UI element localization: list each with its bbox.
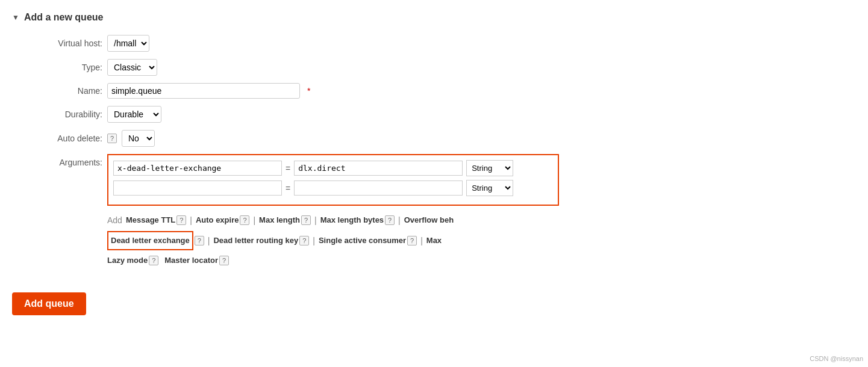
arg-row-1: = String Number Boolean [113, 160, 553, 176]
shortcuts-line-2: Dead letter exchange ? | Dead letter rou… [107, 231, 559, 250]
virtual-host-row: Virtual host: /hmall / [30, 35, 856, 52]
auto-delete-select[interactable]: No Yes [122, 130, 155, 147]
shortcut-dead-letter-routing-key[interactable]: Dead letter routing key [213, 233, 298, 248]
shortcut-max[interactable]: Max [426, 233, 442, 248]
lazy-mode-help[interactable]: ? [149, 256, 158, 265]
arguments-container: = String Number Boolean = String Numb [107, 154, 559, 206]
shortcut-message-ttl[interactable]: Message TTL [126, 212, 175, 228]
durability-select[interactable]: Durable Transient [107, 106, 161, 123]
arguments-row: Arguments: = String Number Boolean [30, 154, 856, 271]
required-star: * [307, 86, 310, 96]
shortcut-master-locator[interactable]: Master locator [164, 253, 218, 268]
msg-ttl-help[interactable]: ? [176, 215, 186, 225]
shortcut-lazy-mode[interactable]: Lazy mode [107, 253, 148, 268]
add-label: Add [107, 212, 122, 229]
type-row: Type: Classic Quorum Stream [30, 59, 856, 76]
auto-delete-row: Auto delete: ? No Yes [30, 130, 856, 147]
arg2-key-input[interactable] [113, 180, 282, 196]
section-header: ▼ Add a new queue [12, 12, 856, 23]
arg1-key-input[interactable] [113, 161, 282, 176]
arguments-label: Arguments: [30, 154, 102, 167]
type-label: Type: [30, 63, 102, 72]
arg-row-2: = String Number Boolean [113, 180, 553, 196]
shortcut-dead-letter-exchange[interactable]: Dead letter exchange [107, 231, 193, 250]
collapse-icon[interactable]: ▼ [12, 13, 19, 22]
durability-label: Durability: [30, 109, 102, 119]
auto-delete-help-icon[interactable]: ? [107, 134, 117, 143]
master-locator-help[interactable]: ? [219, 256, 229, 265]
shortcut-max-length-bytes[interactable]: Max length bytes [320, 212, 384, 228]
dead-letter-exchange-help[interactable]: ? [195, 236, 204, 245]
shortcut-auto-expire[interactable]: Auto expire [196, 212, 239, 228]
shortcuts-line-1: Add Message TTL ? | Auto expire ? | Max … [107, 212, 559, 229]
dead-letter-routing-key-help[interactable]: ? [299, 236, 309, 245]
durability-row: Durability: Durable Transient [30, 106, 856, 123]
auto-expire-help[interactable]: ? [240, 215, 249, 225]
arg1-eq: = [286, 164, 290, 173]
shortcut-max-length[interactable]: Max length [259, 212, 300, 228]
arg1-type-select[interactable]: String Number Boolean [466, 160, 513, 176]
max-length-bytes-help[interactable]: ? [385, 215, 395, 225]
virtual-host-label: Virtual host: [30, 39, 102, 48]
arg2-type-select[interactable]: String Number Boolean [466, 180, 513, 196]
arg1-val-input[interactable] [294, 161, 463, 176]
section-title: Add a new queue [24, 12, 104, 23]
name-row: Name: * [30, 83, 856, 99]
arg2-eq: = [286, 184, 290, 193]
max-length-help[interactable]: ? [301, 215, 311, 225]
auto-delete-label: Auto delete: [30, 134, 102, 143]
shortcut-overflow-beh[interactable]: Overflow beh [404, 212, 454, 228]
shortcuts-line-3: Lazy mode ? Master locator ? [107, 253, 559, 268]
add-queue-button[interactable]: Add queue [12, 292, 86, 315]
shortcut-single-active-consumer[interactable]: Single active consumer [319, 233, 406, 248]
form-area: Virtual host: /hmall / Type: Classic Quo… [12, 35, 856, 271]
arg2-val-input[interactable] [294, 180, 463, 196]
name-input[interactable] [107, 83, 300, 99]
name-label: Name: [30, 86, 102, 96]
single-active-consumer-help[interactable]: ? [407, 236, 417, 245]
type-select[interactable]: Classic Quorum Stream [107, 59, 157, 76]
shortcuts-area: Add Message TTL ? | Auto expire ? | Max … [107, 212, 559, 268]
virtual-host-select[interactable]: /hmall / [107, 35, 149, 52]
